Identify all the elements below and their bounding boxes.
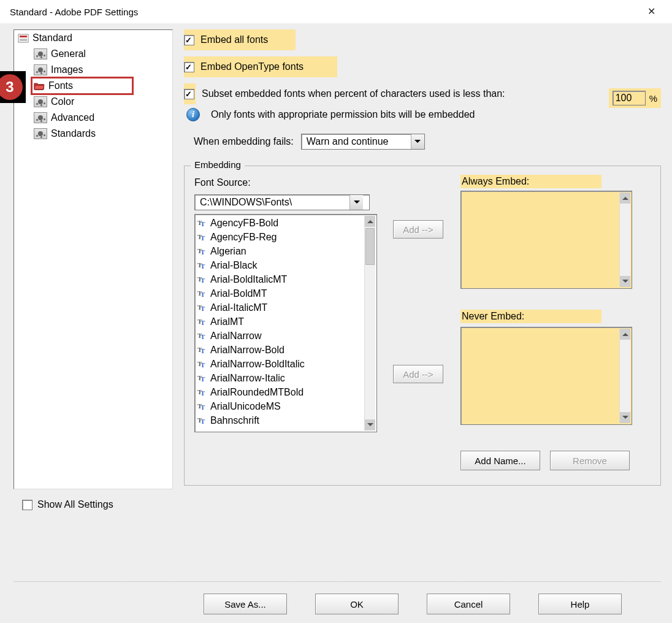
font-name: ArialRoundedMTBold [210,387,304,398]
tree-item-color[interactable]: Color [14,94,172,110]
font-list-item[interactable]: AgencyFB-Bold [196,216,363,230]
scroll-up-icon[interactable] [620,329,630,340]
truetype-icon [197,318,207,326]
truetype-icon [197,332,207,340]
svg-rect-2 [20,39,27,41]
add-to-always-button[interactable]: Add --> [393,220,443,239]
font-list-item[interactable]: Algerian [196,244,363,258]
font-list-item[interactable]: ArialNarrow-Bold [196,343,363,357]
font-list-item[interactable]: ArialNarrow [196,329,363,343]
annotation-step-badge: 3 [0,71,26,103]
truetype-icon [197,261,207,270]
truetype-icon [197,289,207,298]
settings-root-icon [18,32,29,44]
font-list-item[interactable]: Arial-Black [196,258,363,272]
truetype-icon [197,275,207,284]
tree-item-label: Fonts [48,80,73,91]
chevron-down-icon [411,134,424,149]
font-list-item[interactable]: ArialUnicodeMS [196,399,363,413]
tree-item-label: Color [51,96,74,107]
scroll-up-icon[interactable] [620,193,630,204]
embed-all-fonts-checkbox[interactable] [184,35,194,45]
font-name: ArialNarrow [210,331,262,342]
titlebar: Standard - Adobe PDF Settings ✕ [0,0,672,23]
tree-item-general[interactable]: General [14,46,172,62]
show-all-settings-checkbox[interactable] [22,500,32,510]
settings-tree[interactable]: Standard General Images Fonts Color [13,29,173,489]
font-list-item[interactable]: AgencyFB-Reg [196,230,363,244]
font-name: AgencyFB-Reg [210,232,277,243]
scroll-down-icon[interactable] [365,419,375,430]
scroll-down-icon[interactable] [620,276,630,287]
tree-item-icon [34,48,47,59]
embedding-fails-row: When embedding fails: Warn and continue [184,134,661,150]
separator [13,581,661,583]
embedding-fails-label: When embedding fails: [194,136,294,147]
font-list[interactable]: AgencyFB-BoldAgencyFB-RegAlgerianArial-B… [194,214,377,432]
cancel-button[interactable]: Cancel [427,594,510,614]
tree-root-standard[interactable]: Standard [14,30,172,46]
tree-item-standards[interactable]: Standards [14,126,172,142]
font-name: Arial-ItalicMT [210,302,267,313]
font-name: ArialNarrow-BoldItalic [210,359,305,370]
embedding-group-title: Embedding [191,159,245,170]
font-name: Bahnschrift [210,415,259,426]
chevron-down-icon [349,195,363,210]
close-icon[interactable]: ✕ [639,7,663,17]
tree-item-icon [34,64,47,75]
font-source-select[interactable]: C:\WINDOWS\Fonts\ [194,194,370,210]
tree-item-images[interactable]: Images [14,62,172,78]
embed-opentype-checkbox[interactable] [184,62,194,72]
font-list-item[interactable]: ArialRoundedMTBold [196,385,363,399]
help-button[interactable]: Help [538,594,622,614]
tree-item-icon [34,96,47,107]
tree-item-icon [34,112,47,123]
font-list-item[interactable]: ArialNarrow-Italic [196,371,363,385]
font-list-item[interactable]: ArialMT [196,315,363,329]
show-all-settings-label: Show All Settings [37,499,113,510]
fonts-settings-pane: Embed all fonts Embed OpenType fonts Sub… [184,29,661,486]
font-list-item[interactable]: Bahnschrift [196,413,363,427]
truetype-icon [197,402,207,411]
truetype-icon [197,388,207,397]
scrollbar[interactable] [619,193,630,287]
embed-all-fonts-row: Embed all fonts [184,29,296,50]
always-embed-label: Always Embed: [460,175,601,188]
tree-root-label: Standard [32,32,72,44]
truetype-icon [197,416,207,425]
scroll-down-icon[interactable] [620,412,630,423]
tree-item-advanced[interactable]: Advanced [14,110,172,126]
ok-button[interactable]: OK [315,594,399,614]
truetype-icon [197,219,207,227]
subset-percent-input[interactable]: 100 [613,91,646,105]
font-list-item[interactable]: Arial-ItalicMT [196,300,363,315]
scrollbar[interactable] [619,329,630,423]
embedding-fails-select[interactable]: Warn and continue [301,134,425,150]
font-list-item[interactable]: Arial-BoldItalicMT [196,272,363,286]
never-embed-list[interactable] [460,327,632,425]
scrollbar[interactable] [364,216,375,430]
remove-button[interactable]: Remove [550,451,630,470]
scroll-up-icon[interactable] [365,216,375,227]
font-name: ArialUnicodeMS [210,401,281,412]
save-as-button[interactable]: Save As... [204,594,287,614]
add-name-button[interactable]: Add Name... [460,451,540,470]
font-name: ArialNarrow-Italic [210,373,285,384]
subset-checkbox[interactable] [184,89,194,99]
font-list-item[interactable]: ArialNarrow-BoldItalic [196,357,363,371]
font-source-value: C:\WINDOWS\Fonts\ [195,197,349,208]
client-area: Standard General Images Fonts Color [0,23,672,623]
font-name: ArialMT [210,316,244,327]
tree-item-label: Images [51,64,83,75]
info-icon: i [186,108,200,121]
folder-open-icon [34,80,45,91]
percent-sign: % [649,93,657,104]
always-embed-list[interactable] [460,191,632,289]
dialog-buttons: Save As... OK Cancel Help [204,594,661,614]
subset-percent-group: 100 % [609,88,661,108]
font-name: AgencyFB-Bold [210,218,278,229]
tree-item-fonts[interactable]: Fonts [14,78,172,94]
add-to-never-button[interactable]: Add --> [393,365,443,383]
embedding-fails-value: Warn and continue [302,136,411,147]
font-list-item[interactable]: Arial-BoldMT [196,286,363,300]
